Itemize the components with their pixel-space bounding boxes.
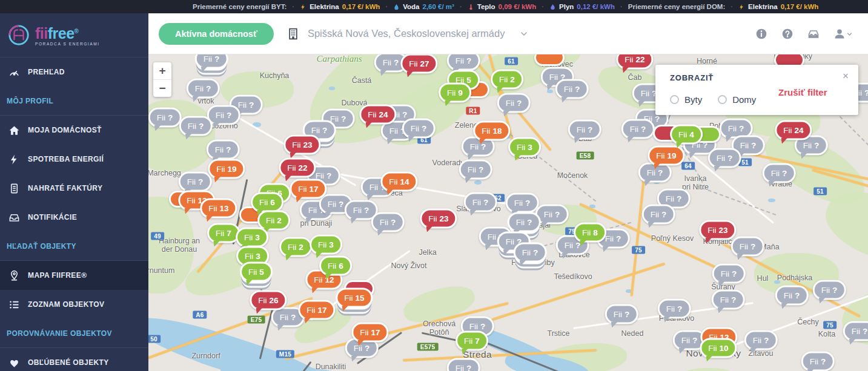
price-value-voda: 2,60 €/ m³ [422, 3, 454, 10]
sidebar-item-nahrate-faktury[interactable]: NAHRATÉ FAKTÚRY [0, 174, 148, 203]
map-marker[interactable]: Fii3 [508, 137, 541, 157]
map-marker[interactable]: Fii? [731, 237, 764, 257]
map-town-label: Hul [757, 274, 769, 283]
map-marker[interactable]: Fii14 [380, 172, 417, 192]
map-marker[interactable]: Fii4 [670, 125, 703, 145]
sidebar-item-prehlad[interactable]: PREHĽAD [0, 57, 148, 87]
sidebar: fiifree® PORADCA S ENERGIAMI PREHĽADMÔJ … [0, 13, 148, 371]
map-marker[interactable]: Fii2 [279, 237, 312, 257]
map-marker[interactable]: Fii? [555, 79, 589, 99]
sidebar-item-spotreba-energii[interactable]: SPOTREBA ENERGIÍ [0, 145, 148, 174]
map-marker[interactable]: Fii? [712, 290, 745, 310]
sidebar-item-zoznam-objektov[interactable]: ZOZNAM OBJEKTOV [0, 290, 148, 319]
inbox-icon[interactable] [807, 28, 820, 40]
active-household-button[interactable]: Aktívna domácnosť [159, 23, 274, 45]
map-marker[interactable]: Fii17 [351, 323, 388, 343]
map-marker[interactable]: Fii? [506, 193, 539, 213]
map-marker[interactable]: Fii? [744, 330, 778, 350]
map-canvas[interactable]: CarpathiansKuchyňaČastáDubovávrtokLozorn… [148, 54, 868, 371]
info-icon[interactable] [755, 28, 767, 40]
chevron-down-icon[interactable] [520, 30, 528, 38]
map-marker[interactable]: Fii6 [251, 192, 283, 212]
sidebar-item-hladat-objekty[interactable]: HĽADAŤ OBJEKTY [0, 232, 148, 261]
map-marker[interactable]: Fii? [179, 172, 212, 192]
map-marker[interactable]: Fii? [459, 160, 492, 180]
map-marker[interactable]: Fii17 [298, 300, 335, 320]
map-marker[interactable]: Fii19 [648, 146, 684, 166]
sidebar-item-mapa-fiifree[interactable]: MAPA FIIFREE® [0, 261, 148, 290]
fiifree-logo-icon [7, 24, 30, 47]
map-marker[interactable]: Fii5 [240, 262, 273, 282]
map-marker[interactable]: Fii? [402, 119, 436, 139]
sidebar-item-moj-profil[interactable]: MÔJ PROFIL [0, 87, 148, 116]
map-marker[interactable]: Fii13 [200, 199, 237, 218]
sidebar-nav: PREHĽADMÔJ PROFILMOJA DOMÁCNOSŤSPOTREBA … [0, 57, 148, 371]
map-marker[interactable]: Fii? [447, 54, 480, 71]
map-marker[interactable]: Fii3 [310, 235, 342, 255]
map-marker[interactable]: Fii3 [236, 228, 268, 248]
location-search-input[interactable]: Spišská Nová Ves, Československej armády [308, 28, 505, 39]
map-marker[interactable] [534, 54, 565, 66]
sidebar-item-notifikacie[interactable]: NOTIFIKÁCIE [0, 203, 148, 232]
map-marker[interactable]: Fii? [371, 212, 405, 232]
map-marker[interactable]: Fii? [207, 105, 240, 125]
sidebar-item-porovnavanie-objektov[interactable]: POROVNÁVANIE OBJEKTOV [0, 319, 148, 348]
map-marker[interactable]: Fii23 [420, 209, 457, 229]
sidebar-item-moja-domacnost[interactable]: MOJA DOMÁCNOSŤ [0, 116, 148, 145]
user-menu[interactable] [833, 28, 852, 40]
bolt-icon [738, 3, 745, 11]
map-marker[interactable]: Fii? [775, 286, 809, 306]
clear-filter-link[interactable]: Zrušiť filter [778, 87, 827, 97]
close-icon[interactable]: × [843, 70, 849, 82]
filter-radio-byty[interactable]: Byty [670, 94, 702, 105]
map-marker[interactable]: Fii17 [290, 179, 326, 199]
map-marker[interactable]: Fii18 [473, 121, 510, 141]
map-marker[interactable]: Fii? [195, 54, 228, 69]
zoom-in-button[interactable]: + [153, 62, 171, 80]
map-marker[interactable]: Fii10 [700, 338, 737, 358]
map-marker[interactable]: Fii? [708, 148, 741, 168]
map-marker[interactable]: Fii7 [456, 331, 488, 351]
map-marker[interactable]: Fii15 [336, 288, 373, 308]
logo-tagline: PORADCA S ENERGIAMI [35, 42, 100, 46]
map-marker[interactable]: Fii2 [257, 211, 290, 231]
map-marker[interactable]: Fii? [843, 321, 868, 341]
map-marker[interactable]: Fii7 [207, 223, 240, 243]
help-icon[interactable] [781, 28, 793, 40]
map-marker[interactable]: Fii? [801, 352, 835, 371]
map-marker[interactable]: Fii? [605, 304, 638, 324]
map-marker[interactable]: Fii? [712, 264, 746, 284]
map-marker[interactable]: Fii? [497, 93, 531, 113]
map-marker[interactable]: Fii23 [699, 220, 736, 240]
sidebar-item-oblubene-objekty[interactable]: OBĽÚBENÉ OBJEKTY [0, 348, 148, 371]
map-marker[interactable]: Fii22 [279, 158, 316, 178]
map-marker[interactable]: Fii? [568, 120, 601, 140]
map-marker[interactable]: Fii? [187, 79, 220, 99]
map-marker[interactable]: Fii22 [616, 54, 653, 70]
filter-radio-domy[interactable]: Domy [718, 94, 756, 105]
map-marker[interactable]: Fii? [642, 205, 675, 225]
map-marker[interactable]: Fii? [763, 163, 796, 183]
map-marker[interactable]: Fii9 [439, 83, 471, 103]
map-marker[interactable]: Fii27 [400, 54, 437, 74]
map-marker[interactable]: Fii? [514, 243, 547, 263]
map-marker[interactable]: Fii24 [359, 105, 396, 125]
map-marker[interactable]: Fii? [464, 192, 497, 212]
map-marker[interactable]: Fii26 [250, 291, 287, 310]
map-marker[interactable]: Fii? [813, 280, 846, 300]
road-badge: 64 [681, 162, 695, 170]
map-marker[interactable]: Fii8 [574, 223, 606, 243]
map-marker[interactable]: Fii23 [283, 135, 320, 155]
map-marker[interactable]: Fii? [508, 212, 541, 232]
map-marker[interactable]: Fii19 [208, 159, 245, 179]
map-marker[interactable]: Fii? [207, 140, 240, 160]
map-marker[interactable]: Fii? [658, 299, 691, 319]
map-marker[interactable]: Fii? [447, 358, 480, 371]
map-marker[interactable]: Fii24 [775, 120, 812, 140]
zoom-out-button[interactable]: − [153, 80, 171, 97]
map-marker[interactable]: Fii6 [319, 256, 352, 276]
map-marker[interactable]: Fii2 [491, 70, 523, 90]
map-marker[interactable]: Fii? [621, 119, 655, 139]
map-marker[interactable]: Fii? [179, 116, 213, 136]
map-marker[interactable]: Fii? [148, 108, 181, 128]
